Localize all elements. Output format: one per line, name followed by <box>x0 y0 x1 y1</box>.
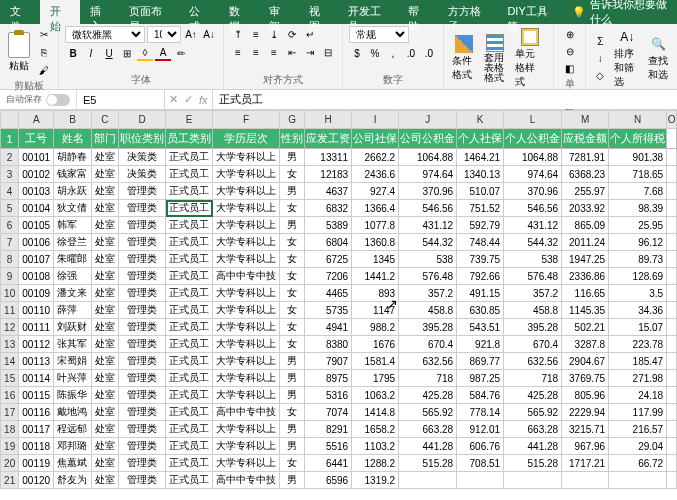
indent-dec-button[interactable]: ⇤ <box>284 44 300 60</box>
cell[interactable]: 2436.6 <box>352 166 399 183</box>
cell[interactable]: 处室 <box>91 455 118 472</box>
cell[interactable]: 216.57 <box>609 421 667 438</box>
cell[interactable]: 男 <box>280 421 305 438</box>
cell[interactable]: 805.96 <box>562 387 609 404</box>
insert-button[interactable]: ⊕ <box>566 26 574 42</box>
cell[interactable]: 565.92 <box>504 404 562 421</box>
cell[interactable]: 6596 <box>305 472 352 489</box>
cell[interactable]: 606.76 <box>457 438 504 455</box>
cell[interactable]: 584.76 <box>457 387 504 404</box>
cell[interactable]: 4465 <box>305 285 352 302</box>
cell[interactable]: 男 <box>280 183 305 200</box>
cell[interactable]: 大学专科以上 <box>213 200 280 217</box>
tell-me-search[interactable]: 💡告诉我你想要做什么 <box>572 0 677 24</box>
cell[interactable]: 5389 <box>305 217 352 234</box>
cell[interactable]: 1345 <box>352 251 399 268</box>
cell[interactable]: 7281.91 <box>562 149 609 166</box>
cell[interactable]: 1581.4 <box>352 353 399 370</box>
cell[interactable]: 395.28 <box>399 319 457 336</box>
cell[interactable]: 男 <box>280 438 305 455</box>
cell[interactable]: 管理类 <box>119 268 166 285</box>
cell[interactable]: 大学专科以上 <box>213 353 280 370</box>
cell[interactable]: 546.56 <box>504 200 562 217</box>
cell[interactable]: 正式员工 <box>166 404 213 421</box>
cell[interactable]: 大学专科以上 <box>213 336 280 353</box>
cell[interactable]: 491.15 <box>457 285 504 302</box>
cell[interactable]: 2662.2 <box>352 149 399 166</box>
cell[interactable]: 921.8 <box>457 336 504 353</box>
cell[interactable]: 正式员工 <box>166 421 213 438</box>
column-header-D[interactable]: D <box>119 111 166 129</box>
table-format-button[interactable]: 套用 表格格式 <box>482 32 510 85</box>
row-header-21[interactable]: 21 <box>1 472 19 489</box>
cell[interactable]: 大学专科以上 <box>213 370 280 387</box>
cell[interactable]: 6725 <box>305 251 352 268</box>
cell[interactable]: 正式员工 <box>166 472 213 489</box>
cell[interactable]: 大学专科以上 <box>213 302 280 319</box>
cell[interactable]: 大学专科以上 <box>213 319 280 336</box>
cell[interactable]: 男 <box>280 353 305 370</box>
cell[interactable]: 正式员工 <box>166 455 213 472</box>
align-bottom-button[interactable]: ⤓ <box>266 26 282 42</box>
cell[interactable]: 7.68 <box>609 183 667 200</box>
row-header-10[interactable]: 10 <box>1 285 19 302</box>
cell[interactable]: 00112 <box>19 336 54 353</box>
cell[interactable]: 7206 <box>305 268 352 285</box>
cell[interactable]: 974.64 <box>399 166 457 183</box>
cell[interactable]: 00104 <box>19 200 54 217</box>
row-header-16[interactable]: 16 <box>1 387 19 404</box>
cell[interactable]: 718 <box>504 370 562 387</box>
cell[interactable]: 893 <box>352 285 399 302</box>
cell[interactable]: 663.28 <box>399 421 457 438</box>
cell[interactable]: 6441 <box>305 455 352 472</box>
clear-button[interactable]: ◇ <box>592 68 608 84</box>
row-header-3[interactable]: 3 <box>1 166 19 183</box>
cell[interactable]: 处室 <box>91 353 118 370</box>
cell[interactable]: 546.56 <box>399 200 457 217</box>
cell[interactable]: 29.04 <box>609 438 667 455</box>
decrease-decimal-button[interactable]: .0 <box>421 45 437 61</box>
column-header-F[interactable]: F <box>213 111 280 129</box>
row-header-5[interactable]: 5 <box>1 200 19 217</box>
cell[interactable]: 00102 <box>19 166 54 183</box>
cell[interactable]: 女 <box>280 302 305 319</box>
cell[interactable]: 00115 <box>19 387 54 404</box>
cell[interactable]: 663.28 <box>504 421 562 438</box>
column-header-K[interactable]: K <box>457 111 504 129</box>
cell[interactable]: 管理类 <box>119 404 166 421</box>
cell[interactable]: 大学专科以上 <box>213 387 280 404</box>
cell[interactable]: 韩军 <box>54 217 91 234</box>
cell[interactable]: 管理类 <box>119 234 166 251</box>
increase-font-button[interactable]: A↑ <box>183 27 199 43</box>
cell[interactable]: 00110 <box>19 302 54 319</box>
cell[interactable]: 1340.13 <box>457 166 504 183</box>
cell[interactable]: 管理类 <box>119 319 166 336</box>
column-header-H[interactable]: H <box>305 111 352 129</box>
cell[interactable]: 8975 <box>305 370 352 387</box>
table-header-cell[interactable]: 员工类别 <box>166 129 213 149</box>
row-header-17[interactable]: 17 <box>1 404 19 421</box>
ribbon-tab-开始[interactable]: 开始 <box>40 0 80 24</box>
table-header-cell[interactable]: 个人所得税 <box>609 129 667 149</box>
format-button[interactable]: ◧ <box>565 60 574 76</box>
cell[interactable]: 管理类 <box>119 421 166 438</box>
cell[interactable]: 632.56 <box>504 353 562 370</box>
cell[interactable]: 女 <box>280 200 305 217</box>
row-header-8[interactable]: 8 <box>1 251 19 268</box>
cell[interactable]: 正式员工 <box>166 302 213 319</box>
cell[interactable]: 胡静春 <box>54 149 91 166</box>
cell[interactable]: 739.75 <box>457 251 504 268</box>
row-header-7[interactable]: 7 <box>1 234 19 251</box>
cell[interactable]: 处室 <box>91 370 118 387</box>
font-name-select[interactable]: 微软雅黑 <box>65 26 145 43</box>
cell[interactable] <box>609 472 667 489</box>
cell[interactable]: 00114 <box>19 370 54 387</box>
cell[interactable]: 管理类 <box>119 370 166 387</box>
cell[interactable]: 128.69 <box>609 268 667 285</box>
cell[interactable]: 处室 <box>91 200 118 217</box>
cell[interactable]: 叶兴萍 <box>54 370 91 387</box>
cell[interactable]: 592.79 <box>457 217 504 234</box>
cell[interactable]: 13311 <box>305 149 352 166</box>
cell[interactable]: 901.38 <box>609 149 667 166</box>
table-header-cell[interactable]: 性别 <box>280 129 305 149</box>
